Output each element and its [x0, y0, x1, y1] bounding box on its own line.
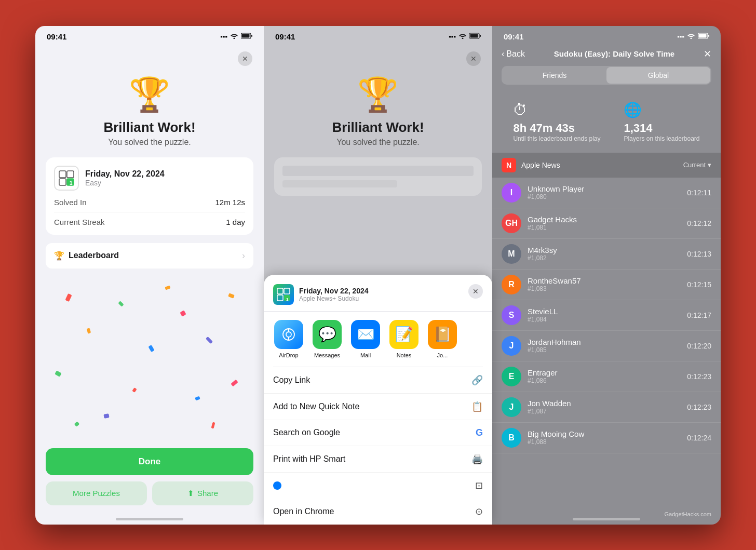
svg-rect-21	[699, 34, 707, 37]
player-avatar-5: J	[502, 336, 521, 356]
subtitle-1: You solved the puzzle.	[108, 138, 191, 147]
time-3: 09:41	[504, 32, 523, 41]
player-rank-1: #1,081	[528, 224, 687, 231]
player-time-3: 0:12:15	[687, 280, 711, 289]
mail-app[interactable]: ✉️ Mail	[350, 320, 381, 358]
close-button-1[interactable]: ✕	[238, 51, 252, 66]
more-label: Jo...	[437, 352, 448, 358]
share-apps-row: AirDrop 💬 Messages ✉️ Mail 📝 Notes	[264, 312, 492, 367]
player-avatar-0: I	[502, 183, 521, 203]
streak-value: 1 day	[226, 218, 245, 226]
more-puzzles-label: More Puzzles	[73, 489, 120, 498]
share-close-button[interactable]: ✕	[468, 284, 483, 299]
chrome-label: Open in Chrome	[273, 507, 334, 516]
player-info-2: M4rk3sy #1,082	[528, 246, 687, 262]
airdrop-icon	[274, 320, 303, 349]
player-name-2: M4rk3sy	[528, 246, 687, 254]
svg-rect-1	[242, 34, 250, 37]
secondary-buttons: More Puzzles ⬆ Share	[46, 481, 253, 505]
quick-note-icon: 📋	[471, 401, 483, 412]
more-puzzles-button[interactable]: More Puzzles	[46, 481, 147, 505]
player-name-1: Gadget Hacks	[528, 215, 687, 224]
svg-point-17	[286, 332, 291, 337]
outer-container: 09:41 ▪▪▪ ✕ 🏆 Brilliant Work! You solv	[0, 0, 756, 550]
chrome-action[interactable]: Open in Chrome ⊙	[264, 499, 492, 525]
share-sheet-appname: Apple News+ Sudoku	[299, 295, 369, 302]
battery-icon-2	[469, 33, 481, 41]
svg-rect-22	[708, 35, 709, 37]
signal-icon-1: ▪▪▪	[220, 33, 227, 41]
subtitle-2: You solved the puzzle.	[336, 138, 420, 147]
brilliant-title-1: Brilliant Work!	[103, 119, 195, 136]
status-icons-2: ▪▪▪	[449, 33, 481, 41]
source-badge: Current ▾	[683, 161, 711, 169]
player-info-1: Gadget Hacks #1,081	[528, 215, 687, 231]
player-avatar-7: J	[502, 397, 521, 417]
player-name-4: StevieLL	[528, 307, 687, 316]
more-icon: 📔	[428, 320, 457, 349]
solved-in-label: Solved In	[54, 198, 87, 207]
blurred-card	[274, 157, 482, 196]
player-avatar-2: M	[502, 244, 521, 264]
trophy-icon-1: 🏆	[129, 75, 170, 114]
share-app-icon: 1	[273, 284, 294, 305]
leaderboard-item-6: E Entrager #1,086 0:12:23	[492, 361, 721, 392]
airdrop-app[interactable]: AirDrop	[273, 320, 304, 358]
leaderboard-item-3: R RontheSwan57 #1,083 0:12:15	[492, 270, 721, 300]
segment-control: Friends Global	[502, 66, 711, 85]
notes-app[interactable]: 📝 Notes	[388, 320, 420, 358]
messages-label: Messages	[314, 352, 340, 358]
friends-tab-label: Friends	[543, 71, 567, 79]
trophy-section-1: 🏆 Brilliant Work! You solved the puzzle.	[103, 75, 195, 147]
player-rank-5: #1,085	[528, 346, 687, 354]
player-rank-7: #1,087	[528, 408, 687, 415]
messages-app[interactable]: 💬 Messages	[312, 320, 343, 358]
chevron-right-icon: ›	[242, 250, 245, 261]
share-button-1[interactable]: ⬆ Share	[152, 481, 253, 505]
quick-note-action[interactable]: Add to New Quick Note 📋	[264, 394, 492, 420]
watermark: GadgetHacks.com	[665, 511, 711, 517]
player-info-5: JordanHohman #1,085	[528, 338, 687, 354]
player-avatar-1: GH	[502, 213, 521, 233]
source-badge-chevron: ▾	[708, 161, 711, 169]
chrome-icon: ⊙	[475, 506, 483, 517]
svg-text:1: 1	[286, 297, 289, 302]
leaderboard-label: Leaderboard	[69, 251, 119, 260]
player-rank-6: #1,086	[528, 377, 687, 384]
confetti	[206, 337, 213, 344]
back-chevron-icon: ‹	[502, 49, 504, 59]
player-info-3: RontheSwan57 #1,083	[528, 276, 687, 292]
copy-link-action[interactable]: Copy Link 🔗	[264, 367, 492, 394]
print-action[interactable]: Print with HP Smart 🖨️	[264, 446, 492, 473]
confetti	[180, 310, 186, 316]
status-icons-1: ▪▪▪	[220, 33, 252, 41]
nav-close-button[interactable]: ✕	[704, 48, 711, 60]
player-name-7: Jon Wadden	[528, 399, 687, 408]
leaderboard-item-7: J Jon Wadden #1,087 0:12:23	[492, 392, 721, 423]
source-badge-label: Current	[683, 161, 706, 169]
player-name-8: Big Mooing Cow	[528, 430, 687, 438]
confetti	[211, 422, 215, 429]
more-app[interactable]: 📔 Jo...	[427, 320, 458, 358]
share-header: 1 Friday, Nov 22, 2024 Apple News+ Sudok…	[264, 275, 492, 312]
player-time-1: 0:12:12	[687, 219, 711, 227]
done-button[interactable]: Done	[46, 448, 253, 475]
player-avatar-6: E	[502, 367, 521, 386]
player-info-8: Big Mooing Cow #1,088	[528, 430, 687, 446]
extra-row-1[interactable]: ⊡	[264, 473, 492, 499]
copy-link-label: Copy Link	[273, 375, 310, 385]
leaderboard-row-1[interactable]: 🏆 Leaderboard ›	[46, 243, 253, 269]
timer-desc: Until this leaderboard ends play	[513, 135, 600, 142]
svg-rect-13	[277, 295, 283, 301]
timer-value: 8h 47m 43s	[513, 122, 575, 135]
battery-icon-1	[241, 33, 252, 41]
player-time-8: 0:12:24	[687, 434, 711, 442]
close-button-2[interactable]: ✕	[466, 51, 481, 66]
back-button[interactable]: ‹ Back	[502, 49, 525, 59]
battery-icon-3	[698, 33, 709, 41]
global-tab[interactable]: Global	[606, 67, 710, 84]
source-row: N Apple News Current ▾	[492, 153, 721, 178]
player-rank-8: #1,088	[528, 438, 687, 446]
friends-tab[interactable]: Friends	[503, 67, 606, 84]
search-google-action[interactable]: Search on Google G	[264, 420, 492, 446]
